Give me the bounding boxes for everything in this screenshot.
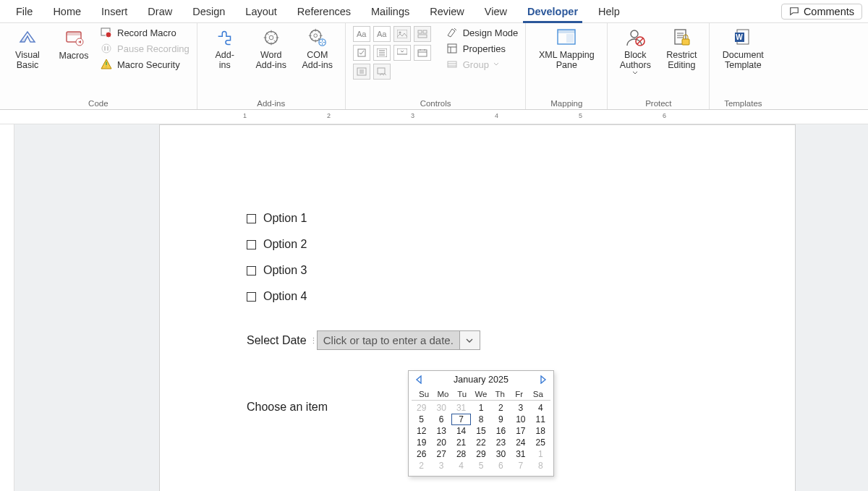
date-placeholder[interactable]: Click or tap to enter a date. <box>317 330 460 350</box>
calendar-day[interactable]: 15 <box>471 425 490 437</box>
plain-text-control-button[interactable]: Aa <box>373 26 391 42</box>
combobox-control-button[interactable] <box>373 45 391 61</box>
calendar-day[interactable]: 19 <box>412 437 431 448</box>
group-button[interactable]: Group <box>446 58 519 71</box>
group-templates-label: Templates <box>717 98 769 108</box>
legacy-tools-button[interactable] <box>373 64 391 80</box>
control-handle-left[interactable]: ⋮⋮ <box>310 338 314 343</box>
com-addins-button[interactable]: COM Add-ins <box>297 26 338 71</box>
calendar-day[interactable]: 11 <box>531 414 550 425</box>
comments-button[interactable]: Comments <box>781 4 862 20</box>
menu-tab-design[interactable]: Design <box>182 3 235 20</box>
calendar-day[interactable]: 5 <box>471 460 490 471</box>
addins-button[interactable]: Add- ins <box>205 26 245 71</box>
calendar-day[interactable]: 30 <box>491 448 511 460</box>
calendar-day[interactable]: 14 <box>451 425 471 437</box>
calendar-day[interactable]: 17 <box>511 425 530 437</box>
menu-tab-file[interactable]: File <box>6 3 43 20</box>
record-macro-button[interactable]: Record Macro <box>100 26 190 39</box>
menu-tab-developer[interactable]: Developer <box>517 3 588 20</box>
repeating-section-control-button[interactable] <box>353 64 370 80</box>
calendar-next-button[interactable] <box>537 374 549 385</box>
macro-security-button[interactable]: ! Macro Security <box>100 58 190 71</box>
calendar-day[interactable]: 29 <box>471 448 490 460</box>
calendar-day[interactable]: 2 <box>412 460 431 471</box>
date-picker-control-button[interactable] <box>414 45 431 61</box>
calendar-day[interactable]: 5 <box>412 414 431 425</box>
dropdown-control-button[interactable] <box>393 45 411 61</box>
calendar-day[interactable]: 21 <box>451 437 471 448</box>
calendar-prev-button[interactable] <box>413 374 425 385</box>
menu-tab-insert[interactable]: Insert <box>91 3 137 20</box>
group-code-label: Code <box>7 98 190 108</box>
calendar-day[interactable]: 16 <box>491 425 511 437</box>
calendar-day[interactable]: 31 <box>511 448 530 460</box>
select-date-label: Select Date <box>247 334 307 347</box>
addins-label: Add- ins <box>216 51 234 71</box>
menu-tab-home[interactable]: Home <box>43 3 91 20</box>
calendar-day[interactable]: 22 <box>471 437 490 448</box>
checkbox-control-button[interactable] <box>353 45 370 61</box>
calendar-day[interactable]: 28 <box>451 448 471 460</box>
calendar-day[interactable]: 18 <box>531 425 550 437</box>
menu-tab-draw[interactable]: Draw <box>137 3 182 20</box>
calendar-day[interactable]: 13 <box>431 425 451 437</box>
calendar-day[interactable]: 4 <box>451 460 471 471</box>
menu-tab-layout[interactable]: Layout <box>235 3 287 20</box>
menu-tab-mailings[interactable]: Mailings <box>361 3 420 20</box>
calendar-day[interactable]: 2 <box>491 402 511 414</box>
menu-tab-review[interactable]: Review <box>420 3 475 20</box>
menu-tab-help[interactable]: Help <box>588 3 630 20</box>
macros-button[interactable]: Macros <box>54 26 94 61</box>
menu-tab-view[interactable]: View <box>475 3 517 20</box>
calendar-day[interactable]: 3 <box>431 460 451 471</box>
vertical-ruler[interactable] <box>0 124 14 491</box>
calendar-day[interactable]: 30 <box>431 402 451 414</box>
calendar-day[interactable]: 8 <box>531 460 550 471</box>
svg-rect-1 <box>67 32 81 35</box>
calendar-day[interactable]: 3 <box>511 402 530 414</box>
calendar-day[interactable]: 10 <box>511 414 530 425</box>
date-picker-control[interactable]: Click or tap to enter a date. <box>317 330 480 350</box>
picture-control-button[interactable] <box>393 26 411 42</box>
checkbox[interactable] <box>247 240 256 249</box>
calendar-day[interactable]: 27 <box>431 448 451 460</box>
calendar-day[interactable]: 24 <box>511 437 530 448</box>
block-authors-button[interactable]: Block Authors <box>615 26 655 75</box>
calendar-day[interactable]: 6 <box>491 460 511 471</box>
com-addins-icon <box>306 26 329 49</box>
design-mode-button[interactable]: Design Mode <box>446 26 519 39</box>
calendar-day[interactable]: 7 <box>511 460 530 471</box>
properties-button[interactable]: Properties <box>446 42 519 55</box>
calendar-day[interactable]: 7 <box>451 414 471 425</box>
calendar-day[interactable]: 8 <box>471 414 490 425</box>
restrict-editing-button[interactable]: Restrict Editing <box>661 26 702 71</box>
checkbox[interactable] <box>247 292 256 302</box>
ruler-mark: 6 <box>663 112 666 119</box>
calendar-day[interactable]: 31 <box>451 402 471 414</box>
visual-basic-button[interactable]: Visual Basic <box>7 26 48 71</box>
calendar-day[interactable]: 9 <box>491 414 511 425</box>
menu-tab-references[interactable]: References <box>287 3 361 20</box>
building-block-control-button[interactable] <box>414 26 431 42</box>
calendar-day[interactable]: 23 <box>491 437 511 448</box>
calendar-day[interactable]: 6 <box>431 414 451 425</box>
calendar-day[interactable]: 4 <box>531 402 550 414</box>
xml-mapping-pane-button[interactable]: XML Mapping Pane <box>533 26 600 71</box>
date-dropdown-button[interactable] <box>460 330 480 350</box>
word-addins-button[interactable]: Word Add-ins <box>251 26 292 71</box>
calendar-day[interactable]: 1 <box>471 402 490 414</box>
calendar-day[interactable]: 12 <box>412 425 431 437</box>
document-template-button[interactable]: W Document Template <box>717 26 769 71</box>
option-row: Option 2 <box>247 238 708 251</box>
rich-text-control-button[interactable]: Aa <box>353 26 370 42</box>
calendar-day[interactable]: 29 <box>412 402 431 414</box>
calendar-day[interactable]: 20 <box>431 437 451 448</box>
checkbox[interactable] <box>247 266 256 276</box>
checkbox[interactable] <box>247 214 256 223</box>
horizontal-ruler[interactable]: 123456 <box>0 110 868 124</box>
calendar-day[interactable]: 1 <box>531 448 550 460</box>
calendar-day[interactable]: 25 <box>531 437 550 448</box>
calendar-day[interactable]: 26 <box>412 448 431 460</box>
option-label: Option 2 <box>263 238 307 251</box>
